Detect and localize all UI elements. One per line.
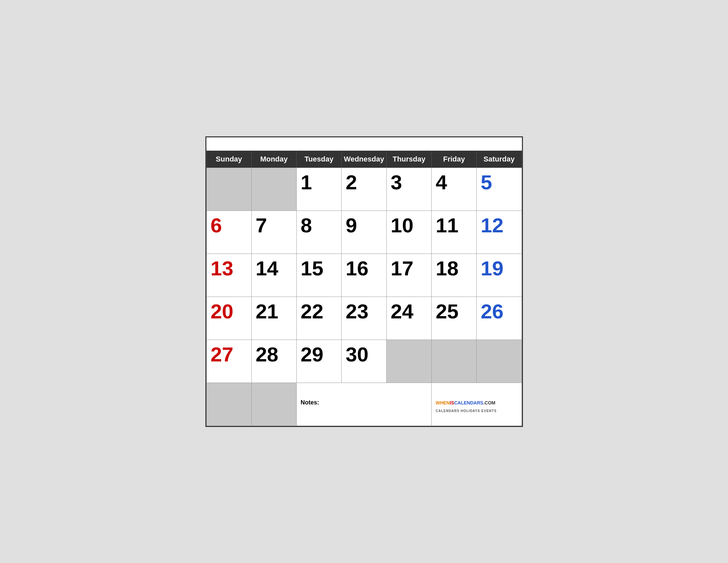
day-cell: 23 (341, 297, 386, 340)
day-cell: 28 (251, 340, 296, 383)
day-header-tuesday: Tuesday (296, 151, 341, 167)
week-row-2: 6789101112 (206, 210, 522, 253)
day-cell: 16 (341, 253, 386, 297)
day-cell: 25 (432, 297, 477, 340)
header-row: SundayMondayTuesdayWednesdayThursdayFrid… (206, 151, 522, 167)
day-cell: 29 (296, 340, 341, 383)
notes-label-cell: Notes: (296, 383, 431, 426)
calendar-container: SundayMondayTuesdayWednesdayThursdayFrid… (205, 136, 523, 427)
day-cell: 5 (477, 167, 522, 210)
day-cell: 15 (296, 253, 341, 297)
day-cell: 6 (206, 210, 251, 253)
day-header-saturday: Saturday (477, 151, 522, 167)
day-cell (251, 167, 296, 210)
day-header-wednesday: Wednesday (341, 151, 386, 167)
notes-empty-2 (251, 383, 296, 426)
brand-cell: WHENISCALENDARS.COMCALENDARS HOLIDAYS EV… (432, 383, 522, 426)
brand-logo: WHENISCALENDARS.COMCALENDARS HOLIDAYS EV… (436, 386, 517, 413)
day-cell: 17 (387, 253, 432, 297)
day-cell: 9 (341, 210, 386, 253)
week-row-4: 20212223242526 (206, 297, 522, 340)
day-cell (432, 340, 477, 383)
day-cell: 10 (387, 210, 432, 253)
day-cell: 11 (432, 210, 477, 253)
week-row-5: 27282930 (206, 340, 522, 383)
notes-row: Notes:WHENISCALENDARS.COMCALENDARS HOLID… (206, 383, 522, 426)
day-cell: 22 (296, 297, 341, 340)
day-header-thursday: Thursday (387, 151, 432, 167)
notes-label: Notes: (301, 399, 319, 406)
day-cell: 20 (206, 297, 251, 340)
week-row-3: 13141516171819 (206, 253, 522, 297)
calendar-grid: SundayMondayTuesdayWednesdayThursdayFrid… (206, 151, 522, 426)
day-cell: 7 (251, 210, 296, 253)
day-cell: 8 (296, 210, 341, 253)
day-cell (206, 167, 251, 210)
day-cell: 24 (387, 297, 432, 340)
day-header-friday: Friday (432, 151, 477, 167)
day-header-sunday: Sunday (206, 151, 251, 167)
day-cell: 4 (432, 167, 477, 210)
week-row-1: 12345 (206, 167, 522, 210)
day-cell: 14 (251, 253, 296, 297)
day-header-monday: Monday (251, 151, 296, 167)
day-cell: 26 (477, 297, 522, 340)
day-cell: 12 (477, 210, 522, 253)
day-cell: 13 (206, 253, 251, 297)
day-cell: 2 (341, 167, 386, 210)
day-cell: 1 (296, 167, 341, 210)
notes-empty-1 (206, 383, 251, 426)
day-cell: 27 (206, 340, 251, 383)
day-cell (387, 340, 432, 383)
day-cell: 30 (341, 340, 386, 383)
day-cell: 19 (477, 253, 522, 297)
day-cell (477, 340, 522, 383)
day-cell: 21 (251, 297, 296, 340)
day-cell: 3 (387, 167, 432, 210)
calendar-title (206, 137, 522, 151)
day-cell: 18 (432, 253, 477, 297)
